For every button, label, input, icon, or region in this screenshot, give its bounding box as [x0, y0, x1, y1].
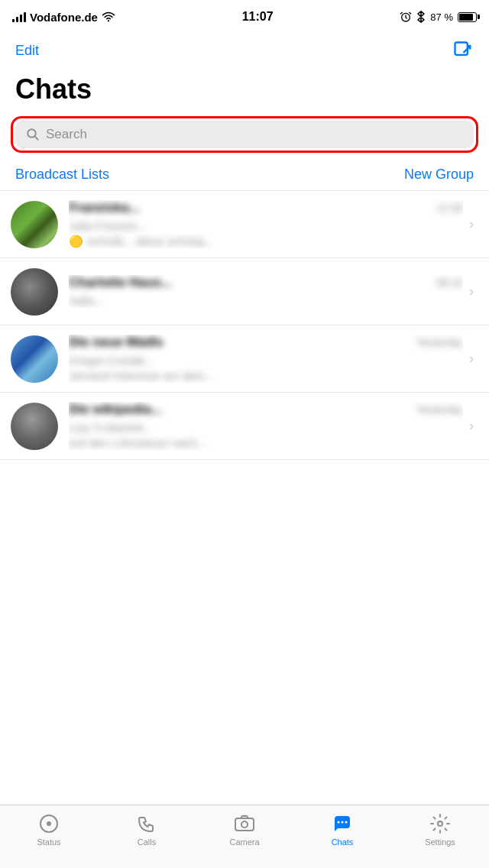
tab-settings-label: Settings [425, 837, 455, 847]
svg-rect-5 [235, 818, 254, 831]
search-box-wrapper: Search [11, 116, 478, 153]
tab-status-label: Status [37, 837, 60, 847]
chat-item-4[interactable]: Die wikipedia...YesterdayLisa Tr.Martinl… [0, 393, 489, 460]
chat-avatar-4 [11, 403, 58, 450]
chat-avatar-3 [11, 335, 58, 383]
chat-time-2: 08:22 [436, 277, 463, 289]
chat-content-3: Die neue MädlsYesterdayGregor-Coulab...J… [69, 335, 463, 383]
svg-rect-1 [455, 43, 468, 55]
new-group-button[interactable]: New Group [404, 167, 474, 183]
chat-preview2-1: 🟡 schreib... diese schreig... [69, 234, 463, 249]
battery-icon [458, 12, 477, 22]
status-right: 87 % [400, 11, 477, 23]
status-time: 11:07 [242, 10, 274, 24]
header: Edit [0, 34, 489, 67]
chat-preview2-3: Jemand Interesse am dein... [69, 368, 463, 384]
chat-name-3: Die neue Mädls [69, 335, 164, 350]
chat-avatar-2 [11, 268, 58, 316]
wifi-icon [102, 11, 115, 22]
chat-time-3: Yesterday [416, 336, 463, 348]
tab-bar: Status Calls Camera Chats Settings [0, 805, 489, 868]
chat-time-4: Yesterday [416, 403, 463, 416]
search-placeholder: Search [46, 127, 87, 142]
chat-content-4: Die wikipedia...YesterdayLisa Tr.Martinl… [69, 402, 463, 450]
chat-chevron-2: › [469, 283, 474, 300]
chat-name-2: Charlotte Haus... [69, 275, 172, 290]
status-left: Vodafone.de [12, 11, 115, 24]
chat-chevron-4: › [469, 418, 474, 434]
tab-chats[interactable]: Chats [293, 813, 391, 847]
chat-list: Franziska...11:06Julia Franzen...🟡 schre… [0, 191, 489, 460]
svg-point-8 [342, 821, 344, 824]
tab-camera[interactable]: Camera [196, 813, 293, 847]
bluetooth-icon [416, 11, 426, 23]
tab-calls[interactable]: Calls [98, 813, 196, 847]
svg-point-10 [438, 821, 442, 826]
chat-preview1-4: Lisa Tr.Martinlr... [69, 420, 463, 436]
svg-point-6 [241, 821, 248, 828]
signal-bars [12, 11, 26, 22]
chat-chevron-3: › [469, 351, 474, 367]
battery-fill [459, 14, 473, 21]
svg-point-4 [47, 821, 51, 826]
edit-button[interactable]: Edit [15, 43, 39, 59]
svg-point-7 [338, 821, 340, 824]
chat-preview1-2: Hallo... [69, 293, 463, 309]
status-icon [38, 813, 60, 834]
search-box[interactable]: Search [15, 121, 474, 148]
tab-camera-label: Camera [229, 837, 259, 847]
svg-point-9 [345, 821, 348, 824]
tab-settings[interactable]: Settings [391, 813, 489, 847]
action-bar: Broadcast Lists New Group [0, 160, 489, 191]
tab-calls-label: Calls [138, 837, 156, 847]
broadcast-lists-button[interactable]: Broadcast Lists [15, 167, 109, 183]
settings-icon [429, 813, 451, 834]
chat-item-2[interactable]: Charlotte Haus...08:22Hallo...› [0, 258, 489, 326]
chat-time-1: 11:06 [436, 202, 463, 214]
chat-content-2: Charlotte Haus...08:22Hallo... [69, 275, 463, 309]
chat-preview2-4: Auf den Lohnsteuer nach... [69, 436, 463, 451]
chat-item-1[interactable]: Franziska...11:06Julia Franzen...🟡 schre… [0, 191, 489, 258]
search-icon [26, 128, 40, 141]
chat-preview1-1: Julia Franzen... [69, 219, 463, 234]
chat-item-3[interactable]: Die neue MädlsYesterdayGregor-Coulab...J… [0, 326, 489, 393]
page-title: Chats [15, 73, 474, 105]
chats-icon [332, 813, 353, 834]
battery-percent: 87 % [430, 11, 453, 23]
compose-icon[interactable] [452, 40, 474, 61]
calls-icon [136, 813, 157, 834]
chat-name-4: Die wikipedia... [69, 402, 162, 417]
search-container: Search [0, 113, 489, 160]
chat-name-1: Franziska... [69, 200, 140, 215]
chat-chevron-1: › [469, 216, 474, 232]
chat-content-1: Franziska...11:06Julia Franzen...🟡 schre… [69, 200, 463, 248]
status-bar: Vodafone.de 11:07 87 % [0, 0, 489, 34]
chat-preview1-3: Gregor-Coulab... [69, 353, 463, 368]
chat-avatar-1 [11, 201, 58, 248]
page-title-area: Chats [0, 67, 489, 113]
carrier-label: Vodafone.de [30, 11, 98, 24]
tab-chats-label: Chats [332, 837, 354, 847]
camera-icon [234, 813, 255, 834]
alarm-icon [400, 11, 412, 23]
tab-status[interactable]: Status [0, 813, 98, 847]
